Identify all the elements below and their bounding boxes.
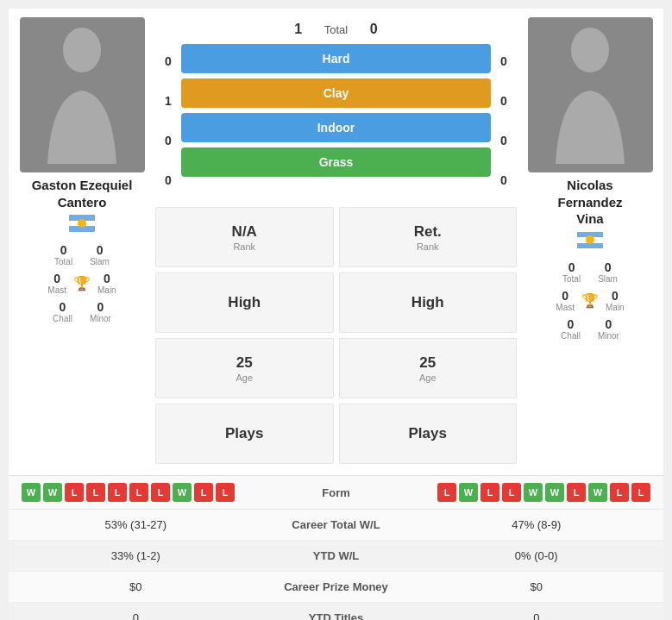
stats-right-1: 0% (0-0) bbox=[423, 549, 651, 562]
stats-center-0: Career Total W/L bbox=[250, 518, 423, 531]
left-minor-stat: 0 Minor bbox=[90, 300, 111, 323]
right-center-info: Ret. Rank High 25 Age Plays bbox=[339, 207, 518, 467]
stats-row-0: 53% (31-27)Career Total W/L47% (8-9) bbox=[9, 510, 663, 541]
form-badge-l: L bbox=[437, 483, 456, 502]
indoor-left-num: 0 bbox=[155, 123, 181, 158]
indoor-button[interactable]: Indoor bbox=[181, 113, 491, 142]
form-badge-l: L bbox=[86, 483, 105, 502]
stats-left-2: $0 bbox=[22, 580, 250, 593]
stats-left-3: 0 bbox=[22, 611, 250, 620]
form-badge-l: L bbox=[65, 483, 84, 502]
form-badge-w: W bbox=[545, 483, 564, 502]
right-minor-stat: 0 Minor bbox=[598, 317, 619, 341]
form-badge-l: L bbox=[129, 483, 148, 502]
left-form: WWLLLLLWLL bbox=[22, 483, 285, 502]
clay-button[interactable]: Clay bbox=[181, 78, 491, 108]
left-player-flag bbox=[69, 215, 95, 232]
stats-left-0: 53% (31-27) bbox=[22, 518, 250, 531]
right-slam-stat: 0 Slam bbox=[598, 260, 618, 284]
stats-right-2: $0 bbox=[423, 580, 651, 593]
svg-point-0 bbox=[63, 28, 101, 72]
right-high-block: High bbox=[339, 272, 518, 333]
right-player-stats: 0 Total 0 Slam 0 Mast 🏆 0 bbox=[521, 260, 659, 346]
stats-center-1: YTD W/L bbox=[250, 549, 423, 562]
left-main-stat: 0 Main bbox=[97, 272, 116, 295]
right-player-silhouette-icon bbox=[547, 26, 633, 164]
form-badge-w: W bbox=[22, 483, 41, 502]
form-badge-l: L bbox=[502, 483, 521, 502]
stats-row-1: 33% (1-2)YTD W/L0% (0-0) bbox=[9, 541, 663, 572]
left-player-silhouette-icon bbox=[39, 26, 125, 164]
form-badge-w: W bbox=[588, 483, 607, 502]
left-plays-block: Plays bbox=[155, 404, 334, 464]
right-player-panel: Nicolas Fernandez Vina 0 Total bbox=[517, 13, 663, 467]
form-badge-w: W bbox=[43, 483, 62, 502]
stats-table: 53% (31-27)Career Total W/L47% (8-9)33% … bbox=[9, 510, 663, 620]
surface-right-nums: 0 0 0 0 bbox=[491, 44, 517, 203]
center-info-area: N/A Rank High 25 Age Plays bbox=[155, 207, 517, 467]
stats-center-2: Career Prize Money bbox=[250, 580, 423, 593]
left-age-block: 25 Age bbox=[155, 338, 334, 398]
form-badge-l: L bbox=[631, 483, 650, 502]
left-center-info: N/A Rank High 25 Age Plays bbox=[155, 207, 334, 467]
grass-button[interactable]: Grass bbox=[181, 147, 491, 177]
left-high-block: High bbox=[155, 272, 334, 333]
left-player-panel: Gaston Ezequiel Cantero 0 Total bbox=[9, 13, 155, 467]
right-total-stat: 0 Total bbox=[562, 260, 581, 284]
stats-row-3: 0YTD Titles0 bbox=[9, 603, 663, 620]
form-badge-w: W bbox=[459, 483, 478, 502]
form-badge-l: L bbox=[194, 483, 213, 502]
indoor-right-num: 0 bbox=[491, 123, 517, 158]
surface-area: 0 1 0 0 Hard Clay Indoor Grass 0 0 0 bbox=[155, 44, 517, 203]
form-badge-l: L bbox=[567, 483, 586, 502]
right-player-name: Nicolas Fernandez Vina bbox=[557, 177, 622, 228]
stats-row-2: $0Career Prize Money$0 bbox=[9, 572, 663, 603]
right-player-avatar bbox=[528, 17, 653, 172]
center-panel: 1 Total 0 0 1 0 0 Hard Clay Indoor G bbox=[155, 13, 517, 467]
left-mast-stat: 0 Mast bbox=[47, 272, 66, 295]
clay-left-num: 1 bbox=[155, 84, 181, 118]
form-badge-l: L bbox=[216, 483, 235, 502]
right-rank-block: Ret. Rank bbox=[339, 207, 518, 267]
left-rank-block: N/A Rank bbox=[155, 207, 334, 267]
right-chall-stat: 0 Chall bbox=[561, 317, 581, 341]
bottom-section: WWLLLLLWLL Form LWLLWWLWLL 53% (31-27)Ca… bbox=[9, 475, 663, 620]
form-row: WWLLLLLWLL Form LWLLWWLWLL bbox=[9, 476, 663, 510]
form-badge-l: L bbox=[151, 483, 170, 502]
surface-left-nums: 0 1 0 0 bbox=[155, 44, 181, 203]
stats-right-3: 0 bbox=[423, 611, 651, 620]
right-form: LWLLWWLWLL bbox=[388, 483, 651, 502]
left-player-stats: 0 Total 0 Slam 0 Mast 🏆 0 bbox=[13, 243, 151, 329]
total-header: 1 Total 0 bbox=[155, 17, 517, 44]
form-badge-l: L bbox=[108, 483, 127, 502]
right-mast-stat: 0 Mast bbox=[556, 289, 575, 312]
left-player-avatar bbox=[20, 17, 145, 172]
stats-center-3: YTD Titles bbox=[250, 611, 423, 620]
form-badge-w: W bbox=[173, 483, 192, 502]
form-badge-l: L bbox=[610, 483, 629, 502]
right-player-flag bbox=[577, 232, 603, 249]
left-trophy-icon: 🏆 bbox=[73, 275, 91, 291]
grass-left-num: 0 bbox=[155, 163, 181, 197]
hard-button[interactable]: Hard bbox=[181, 44, 491, 73]
stats-right-0: 47% (8-9) bbox=[423, 518, 651, 531]
svg-point-1 bbox=[571, 28, 609, 72]
hard-left-num: 0 bbox=[155, 44, 181, 78]
form-label: Form bbox=[285, 486, 388, 499]
right-plays-block: Plays bbox=[339, 404, 518, 464]
left-chall-stat: 0 Chall bbox=[53, 300, 72, 323]
form-badge-l: L bbox=[480, 483, 499, 502]
right-main-stat: 0 Main bbox=[606, 289, 625, 312]
clay-right-num: 0 bbox=[491, 84, 517, 118]
form-badge-w: W bbox=[524, 483, 543, 502]
grass-right-num: 0 bbox=[491, 163, 517, 197]
surface-buttons: Hard Clay Indoor Grass bbox=[181, 44, 491, 177]
hard-right-num: 0 bbox=[491, 44, 517, 78]
left-total-stat: 0 Total bbox=[54, 243, 72, 266]
right-age-block: 25 Age bbox=[339, 338, 518, 398]
left-player-name: Gaston Ezequiel Cantero bbox=[32, 177, 133, 210]
stats-left-1: 33% (1-2) bbox=[22, 549, 250, 562]
left-slam-stat: 0 Slam bbox=[90, 243, 110, 266]
right-trophy-icon: 🏆 bbox=[581, 292, 599, 309]
